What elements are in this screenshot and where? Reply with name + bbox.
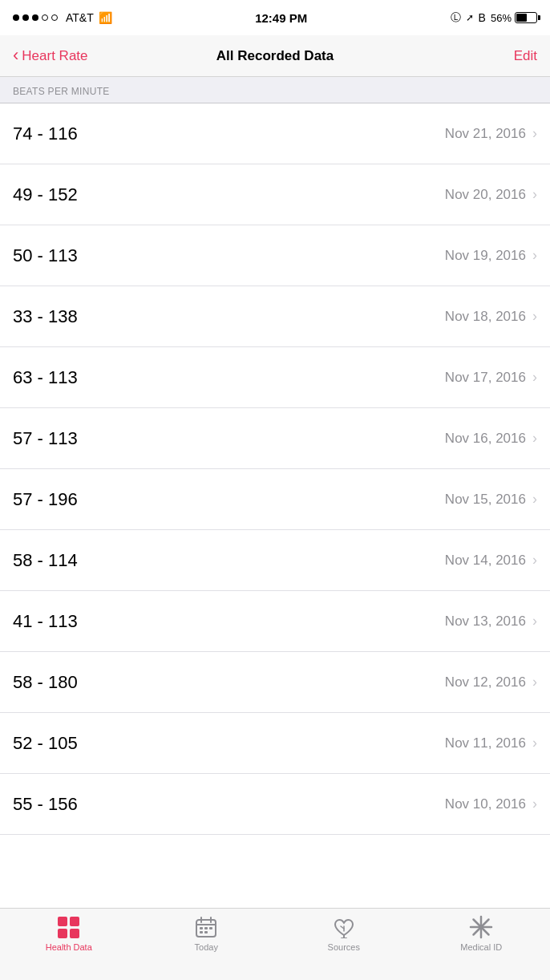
battery-container: 56% [491, 12, 537, 24]
item-right: Nov 21, 2016 › [445, 125, 537, 142]
svg-rect-5 [204, 927, 208, 929]
health-sq-3 [58, 929, 67, 938]
list-item[interactable]: 63 - 113 Nov 17, 2016 › [0, 347, 550, 408]
list-item[interactable]: 52 - 105 Nov 11, 2016 › [0, 713, 550, 774]
tab-medical-id-label: Medical ID [460, 942, 502, 952]
chevron-right-icon: › [532, 186, 537, 203]
chevron-right-icon: › [532, 247, 537, 264]
item-date: Nov 13, 2016 [445, 614, 526, 630]
item-value: 58 - 114 [13, 550, 78, 571]
list-item[interactable]: 49 - 152 Nov 20, 2016 › [0, 164, 550, 225]
medical-id-icon [469, 915, 493, 939]
dot-2 [22, 14, 29, 21]
wifi-icon: 📶 [99, 11, 112, 24]
battery-fill [516, 14, 527, 22]
battery-icon [515, 12, 537, 23]
chevron-right-icon: › [532, 430, 537, 447]
item-value: 57 - 113 [13, 428, 78, 449]
item-value: 58 - 180 [13, 672, 78, 693]
item-date: Nov 20, 2016 [445, 187, 526, 203]
status-left: AT&T 📶 [13, 11, 112, 24]
item-date: Nov 16, 2016 [445, 431, 526, 447]
item-right: Nov 17, 2016 › [445, 369, 537, 386]
sources-icon [332, 915, 356, 939]
section-header-text: BEATS PER MINUTE [13, 86, 110, 97]
item-value: 49 - 152 [13, 184, 78, 205]
list-item[interactable]: 74 - 116 Nov 21, 2016 › [0, 103, 550, 164]
content-area: BEATS PER MINUTE 74 - 116 Nov 21, 2016 ›… [0, 77, 550, 908]
dot-5 [51, 14, 58, 21]
item-value: 33 - 138 [13, 306, 78, 327]
item-right: Nov 16, 2016 › [445, 430, 537, 447]
svg-rect-4 [200, 927, 203, 929]
section-header: BEATS PER MINUTE [0, 77, 550, 103]
item-date: Nov 18, 2016 [445, 309, 526, 325]
svg-rect-8 [204, 931, 208, 933]
dot-4 [42, 14, 48, 21]
item-value: 74 - 116 [13, 124, 78, 144]
list-item[interactable]: 50 - 113 Nov 19, 2016 › [0, 225, 550, 286]
item-date: Nov 19, 2016 [445, 248, 526, 264]
item-value: 55 - 156 [13, 794, 78, 815]
dot-1 [13, 14, 19, 21]
item-date: Nov 10, 2016 [445, 796, 526, 812]
chevron-right-icon: › [532, 491, 537, 508]
tab-bar: Health Data Today [0, 908, 550, 980]
chevron-right-icon: › [532, 308, 537, 325]
item-value: 52 - 105 [13, 733, 78, 754]
tab-medical-id[interactable]: Medical ID [413, 915, 551, 952]
item-date: Nov 15, 2016 [445, 492, 526, 508]
item-date: Nov 17, 2016 [445, 370, 526, 386]
list-item[interactable]: 41 - 113 Nov 13, 2016 › [0, 591, 550, 652]
tab-sources[interactable]: Sources [275, 915, 413, 952]
item-date: Nov 21, 2016 [445, 126, 526, 142]
health-sq-2 [70, 917, 79, 926]
tab-today[interactable]: Today [138, 915, 276, 952]
back-button[interactable]: ‹ Heart Rate [13, 47, 88, 64]
chevron-right-icon: › [532, 369, 537, 386]
arrow-icon: ➚ [466, 12, 474, 23]
item-right: Nov 19, 2016 › [445, 247, 537, 264]
svg-rect-6 [209, 927, 212, 929]
item-value: 50 - 113 [13, 245, 78, 266]
data-list: 74 - 116 Nov 21, 2016 › 49 - 152 Nov 20,… [0, 103, 550, 835]
status-time: 12:49 PM [255, 11, 307, 25]
edit-button[interactable]: Edit [514, 48, 537, 64]
item-value: 57 - 196 [13, 489, 78, 510]
battery-percent: 56% [491, 12, 512, 24]
chevron-right-icon: › [532, 613, 537, 630]
status-right: Ⓛ ➚ B 56% [451, 10, 537, 25]
item-right: Nov 12, 2016 › [445, 674, 537, 690]
svg-rect-7 [200, 931, 203, 933]
bluetooth-icon: B [479, 11, 486, 24]
health-data-icon [57, 915, 81, 939]
item-right: Nov 14, 2016 › [445, 552, 537, 569]
list-item[interactable]: 55 - 156 Nov 10, 2016 › [0, 774, 550, 835]
location-icon: Ⓛ [451, 10, 461, 25]
tab-health-data[interactable]: Health Data [0, 915, 138, 952]
chevron-right-icon: › [532, 735, 537, 751]
item-right: Nov 13, 2016 › [445, 613, 537, 630]
dot-3 [32, 14, 38, 21]
status-bar: AT&T 📶 12:49 PM Ⓛ ➚ B 56% [0, 0, 550, 35]
list-item[interactable]: 57 - 196 Nov 15, 2016 › [0, 469, 550, 530]
nav-header: ‹ Heart Rate All Recorded Data Edit [0, 35, 550, 77]
health-sq-4 [70, 929, 79, 938]
signal-dots [13, 14, 58, 21]
page-title: All Recorded Data [216, 48, 334, 64]
item-right: Nov 20, 2016 › [445, 186, 537, 203]
list-item[interactable]: 57 - 113 Nov 16, 2016 › [0, 408, 550, 469]
tab-today-label: Today [195, 942, 218, 952]
tab-sources-label: Sources [328, 942, 360, 952]
carrier: AT&T [66, 11, 94, 24]
chevron-right-icon: › [532, 796, 537, 812]
back-label: Heart Rate [22, 48, 87, 64]
item-right: Nov 15, 2016 › [445, 491, 537, 508]
list-item[interactable]: 33 - 138 Nov 18, 2016 › [0, 286, 550, 347]
health-sq-1 [58, 917, 67, 926]
item-value: 41 - 113 [13, 611, 78, 632]
chevron-right-icon: › [532, 674, 537, 690]
list-item[interactable]: 58 - 180 Nov 12, 2016 › [0, 652, 550, 713]
item-right: Nov 18, 2016 › [445, 308, 537, 325]
list-item[interactable]: 58 - 114 Nov 14, 2016 › [0, 530, 550, 591]
